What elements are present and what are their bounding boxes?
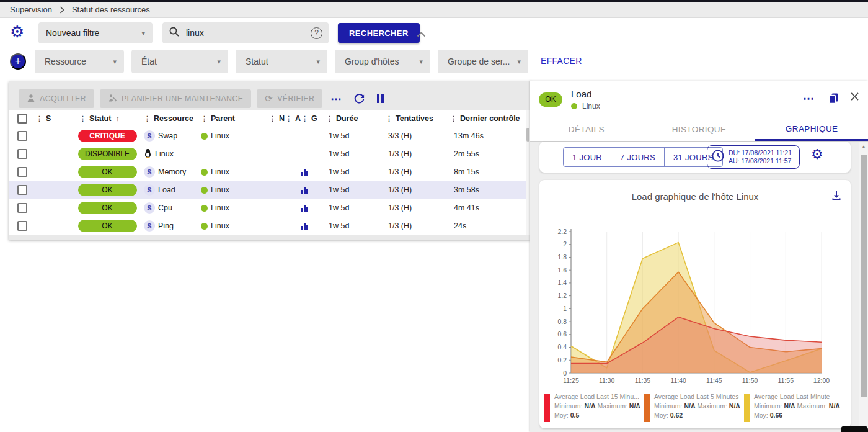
row-checkbox[interactable] bbox=[17, 149, 27, 159]
drag-handle-icon: ⋮ bbox=[301, 115, 308, 123]
range-7-days-button[interactable]: 7 JOURS bbox=[611, 148, 664, 166]
add-criteria-button[interactable]: + bbox=[10, 53, 26, 70]
column-header-parent[interactable]: ⋮Parent bbox=[201, 114, 269, 123]
svg-text:12:00: 12:00 bbox=[813, 377, 830, 384]
scrollbar-thumb[interactable] bbox=[861, 155, 867, 397]
table-row[interactable]: CRITIQUE SSwap Linux 1w 5d 3/3 (H) 13m 4… bbox=[9, 127, 526, 145]
range-1-day-button[interactable]: 1 JOUR bbox=[564, 148, 611, 166]
custom-period-box[interactable]: DU: 17/08/2021 11:21 AU: 17/08/2021 11:5… bbox=[707, 145, 800, 169]
svg-text:0.2: 0.2 bbox=[557, 356, 567, 364]
time-range-card: 1 JOUR 7 JOURS 31 JOURS DU: 17/08/2021 1… bbox=[539, 142, 851, 173]
duration-value: 1w 5d bbox=[320, 150, 379, 158]
parent-status-dot-icon bbox=[201, 223, 208, 230]
drag-handle-icon: ⋮ bbox=[450, 115, 457, 123]
last-check-value: 24s bbox=[444, 222, 526, 230]
table-row-selected[interactable]: OK SLoad Linux 1w 5d 1/3 (H) 3m 58s bbox=[9, 181, 526, 199]
svg-text:11:30: 11:30 bbox=[599, 377, 615, 384]
legend-item[interactable]: Average Load Last 15 Minu... Minimum: N/… bbox=[544, 392, 644, 422]
refresh-icon[interactable] bbox=[353, 93, 365, 105]
downtime-button[interactable]: PLANIFIER UNE MAINTENANCE bbox=[100, 89, 251, 108]
last-check-value: 4m 41s bbox=[444, 204, 526, 212]
column-header-duration[interactable]: ⋮Durée bbox=[320, 114, 379, 123]
parent-status-dot-icon bbox=[571, 103, 577, 109]
drag-handle-icon: ⋮ bbox=[36, 115, 43, 123]
graph-available-icon bbox=[301, 205, 308, 212]
scroll-up-icon[interactable]: ▲ bbox=[861, 144, 866, 150]
pause-icon[interactable] bbox=[377, 94, 384, 103]
close-icon[interactable] bbox=[850, 92, 859, 103]
svg-text:0.6: 0.6 bbox=[557, 330, 567, 338]
clear-filters-button[interactable]: EFFACER bbox=[541, 56, 582, 66]
row-checkbox[interactable] bbox=[17, 221, 27, 231]
tab-details[interactable]: DÉTAILS bbox=[530, 118, 643, 141]
row-checkbox[interactable] bbox=[17, 185, 27, 195]
column-header-status[interactable]: ⋮Statut↑ bbox=[71, 114, 144, 123]
criteria-state-select[interactable]: État ▾ bbox=[131, 50, 228, 73]
criteria-status-select[interactable]: Statut ▾ bbox=[236, 50, 327, 73]
filter-settings-gear-icon[interactable]: ⚙ bbox=[10, 24, 24, 40]
tab-history[interactable]: HISTORIQUE bbox=[643, 118, 756, 141]
search-button[interactable]: RECHERCHER bbox=[338, 23, 420, 43]
more-actions-icon[interactable]: ⋯ bbox=[330, 92, 342, 106]
criteria-servicegroup-select[interactable]: Groupe de ser... ▾ bbox=[438, 50, 528, 73]
bottom-right-overlay bbox=[841, 426, 868, 432]
column-header-tries[interactable]: ⋮Tentatives bbox=[379, 114, 444, 123]
svg-text:1: 1 bbox=[563, 305, 567, 312]
breadcrumb-statut-des-ressources[interactable]: Statut des ressources bbox=[72, 5, 150, 14]
criteria-resource-select[interactable]: Ressource ▾ bbox=[35, 50, 124, 73]
collapse-chevron-up-icon[interactable] bbox=[417, 29, 426, 40]
graph-card: Load graphique de l'hôte Linux 11:2511:3… bbox=[539, 180, 851, 428]
download-icon[interactable] bbox=[831, 190, 842, 203]
last-check-value: 3m 58s bbox=[444, 186, 526, 194]
tries-value: 1/3 (H) bbox=[379, 168, 444, 176]
parent-status-dot-icon bbox=[201, 169, 208, 176]
table-row[interactable]: OK SPing Linux 1w 5d 1/3 (H) 24s bbox=[9, 217, 526, 235]
criteria-label: Statut bbox=[246, 56, 268, 66]
detail-status-badge: OK bbox=[539, 92, 562, 107]
duration-value: 1w 5d bbox=[320, 186, 379, 194]
table-row[interactable]: DISPONIBLE Linux 1w 5d 1/3 (H) 2m 55s bbox=[9, 145, 526, 163]
column-header-g[interactable]: ⋮G bbox=[301, 114, 320, 123]
acknowledge-button[interactable]: ACQUITTER bbox=[19, 89, 94, 108]
graph-available-icon bbox=[301, 187, 308, 194]
drag-handle-icon: ⋮ bbox=[79, 115, 86, 123]
copy-link-icon[interactable] bbox=[828, 92, 839, 106]
time-range-group: 1 JOUR 7 JOURS 31 JOURS bbox=[563, 147, 723, 167]
panel-scrollbar[interactable]: ▲ bbox=[859, 142, 868, 432]
tries-value: 1/3 (H) bbox=[379, 204, 444, 212]
chevron-down-icon: ▾ bbox=[316, 58, 320, 66]
search-input[interactable] bbox=[186, 28, 304, 38]
saved-filter-select[interactable]: Nouveau filtre ▾ bbox=[38, 22, 153, 43]
column-header-last-check[interactable]: ⋮Dernier contrôle bbox=[444, 114, 526, 123]
column-header-resource[interactable]: ⋮Ressource bbox=[144, 114, 201, 123]
row-checkbox[interactable] bbox=[17, 203, 27, 213]
help-icon[interactable]: ? bbox=[311, 27, 322, 39]
select-all-checkbox[interactable] bbox=[17, 114, 27, 124]
legend-name: Average Load Last Minute bbox=[754, 392, 840, 402]
status-badge: DISPONIBLE bbox=[78, 148, 137, 160]
parent-name: Linux bbox=[211, 186, 229, 194]
chevron-down-icon: ▾ bbox=[141, 29, 145, 37]
column-header-a[interactable]: ⋮A bbox=[285, 114, 301, 123]
resource-name: Linux bbox=[155, 150, 174, 158]
last-check-value: 13m 46s bbox=[444, 132, 526, 140]
clock-icon bbox=[711, 149, 725, 165]
graph-settings-gear-icon[interactable]: ⚙ bbox=[811, 148, 823, 161]
table-row[interactable]: OK SCpu Linux 1w 5d 1/3 (H) 4m 41s bbox=[9, 199, 526, 217]
criteria-hostgroup-select[interactable]: Group d'hôtes ▾ bbox=[335, 50, 430, 73]
check-button[interactable]: ⟳ VÉRIFIER bbox=[257, 89, 322, 108]
load-area-chart[interactable]: 11:2511:3011:3511:4011:4511:5011:5512:00… bbox=[549, 225, 834, 388]
row-checkbox[interactable] bbox=[17, 167, 27, 177]
column-header-severity[interactable]: ⋮S bbox=[36, 114, 71, 123]
drag-handle-icon: ⋮ bbox=[201, 115, 208, 123]
table-scrollbar[interactable] bbox=[526, 110, 530, 235]
table-row[interactable]: OK SMemory Linux 1w 5d 1/3 (H) 8m 15s bbox=[9, 163, 526, 181]
tries-value: 1/3 (H) bbox=[379, 150, 444, 158]
breadcrumb-supervision[interactable]: Supervision bbox=[10, 5, 52, 14]
legend-item[interactable]: Average Load Last 5 Minutes Minimum: N/A… bbox=[644, 392, 744, 422]
legend-item[interactable]: Average Load Last Minute Minimum: N/A Ma… bbox=[744, 392, 844, 422]
column-header-n[interactable]: ⋮N bbox=[269, 114, 285, 123]
row-checkbox[interactable] bbox=[17, 131, 27, 141]
detail-more-icon[interactable]: ⋯ bbox=[803, 92, 814, 106]
tab-graph[interactable]: GRAPHIQUE bbox=[755, 118, 868, 141]
